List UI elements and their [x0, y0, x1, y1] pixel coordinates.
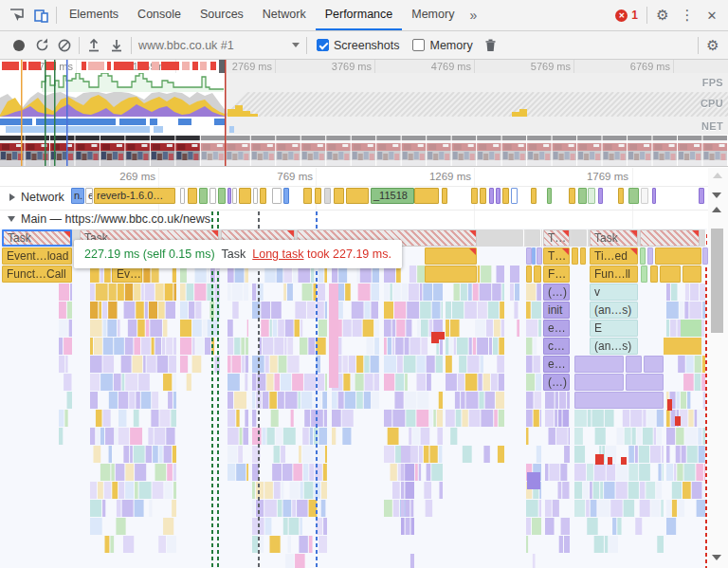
- flame-bar[interactable]: [626, 356, 642, 373]
- network-request-chip[interactable]: [209, 188, 216, 204]
- device-toolbar-icon[interactable]: [28, 3, 53, 27]
- flame-bar[interactable]: [574, 392, 664, 409]
- tab-memory[interactable]: Memory: [402, 0, 464, 30]
- save-profile-icon[interactable]: [105, 34, 128, 57]
- flame-bar-[interactable]: (…): [543, 374, 570, 391]
- flame-bar[interactable]: [647, 247, 653, 265]
- flame-bar-e[interactable]: e…: [543, 320, 570, 337]
- network-request-chip[interactable]: [699, 188, 704, 204]
- network-request-chip[interactable]: [578, 188, 587, 204]
- flame-bar-c[interactable]: c…: [543, 338, 570, 355]
- network-request-chip[interactable]: [324, 188, 331, 204]
- network-request-chip[interactable]: [334, 188, 344, 204]
- network-request-chip[interactable]: [547, 188, 552, 204]
- flame-bar[interactable]: [640, 247, 646, 265]
- flame-bar[interactable]: [526, 266, 532, 283]
- settings-gear-icon[interactable]: ⚙: [650, 3, 675, 27]
- flame-bar[interactable]: [574, 356, 624, 373]
- more-tabs-button[interactable]: »: [464, 8, 482, 23]
- network-request-chip[interactable]: [303, 188, 312, 204]
- flame-bar[interactable]: [655, 247, 701, 265]
- flame-bar[interactable]: [572, 247, 578, 265]
- load-profile-icon[interactable]: [82, 34, 105, 57]
- flame-bar[interactable]: [701, 229, 706, 247]
- inspect-element-icon[interactable]: [4, 3, 28, 27]
- screenshots-checkbox-row[interactable]: Screenshots: [317, 39, 399, 52]
- network-track-title[interactable]: Network: [21, 191, 64, 204]
- network-request-chip[interactable]: [511, 188, 518, 204]
- flame-bar-tied[interactable]: Ti…ed: [590, 247, 638, 265]
- network-request-chip[interactable]: e: [85, 188, 93, 204]
- flame-bar[interactable]: [526, 229, 541, 247]
- flame-bar-e[interactable]: e…: [543, 356, 570, 373]
- kebab-menu-icon[interactable]: ⋮: [675, 3, 700, 27]
- record-button[interactable]: [8, 34, 30, 57]
- flame-bar[interactable]: [644, 356, 664, 373]
- network-request-chip[interactable]: [588, 188, 595, 204]
- network-request-chip[interactable]: [598, 188, 603, 204]
- flame-bar[interactable]: [580, 247, 586, 265]
- reload-and-record-button[interactable]: [30, 34, 53, 57]
- flame-bar-init[interactable]: init: [543, 302, 570, 319]
- network-request-chip[interactable]: [315, 188, 321, 204]
- network-request-chip[interactable]: [480, 188, 486, 204]
- flame-bar[interactable]: [479, 229, 524, 247]
- memory-checkbox[interactable]: [412, 39, 425, 51]
- memory-checkbox-row[interactable]: Memory: [412, 39, 472, 52]
- network-request-chip[interactable]: [272, 188, 282, 204]
- flame-bar[interactable]: [425, 266, 477, 283]
- close-icon[interactable]: ✕: [700, 3, 724, 27]
- main-track-title[interactable]: Main — https://www.bbc.co.uk/news: [21, 212, 210, 226]
- flame-bar-t[interactable]: T…: [543, 247, 570, 265]
- network-request-chip[interactable]: [502, 188, 509, 204]
- network-request-chip[interactable]: [489, 188, 494, 204]
- network-request-chip[interactable]: [414, 188, 439, 204]
- tab-performance[interactable]: Performance: [316, 0, 403, 30]
- scrollbar-thumb[interactable]: [711, 229, 723, 333]
- network-request-chip[interactable]: [232, 188, 237, 204]
- main-track-collapse-icon[interactable]: [8, 216, 15, 222]
- flame-scroll-up-icon[interactable]: [712, 207, 721, 212]
- flame-bar[interactable]: [425, 247, 477, 265]
- flame-bar-ans[interactable]: (an…s): [590, 302, 638, 319]
- network-request-chip[interactable]: [253, 188, 258, 204]
- error-badge[interactable]: ✕ 1: [610, 9, 644, 22]
- flame-bar-v[interactable]: v: [590, 284, 638, 301]
- scroll-up-icon[interactable]: [713, 173, 722, 178]
- network-request-chip[interactable]: [218, 188, 226, 204]
- profile-select[interactable]: www.bbc.co.uk #1: [135, 39, 303, 52]
- trash-icon[interactable]: [480, 34, 502, 57]
- network-track-expand-icon[interactable]: [9, 193, 15, 201]
- tab-network[interactable]: Network: [253, 0, 316, 30]
- network-request-chip[interactable]: [569, 188, 575, 204]
- flame-bar-task[interactable]: Task: [2, 229, 72, 247]
- network-request-chip[interactable]: [442, 188, 447, 204]
- network-request-chip[interactable]: reverb-1.6.0…: [94, 188, 175, 204]
- screenshots-checkbox[interactable]: [317, 39, 329, 51]
- flame-bar[interactable]: [626, 374, 664, 391]
- network-request-chip[interactable]: [228, 188, 231, 204]
- network-request-chip[interactable]: [652, 188, 656, 204]
- flame-bar[interactable]: [702, 247, 708, 265]
- network-request-chip[interactable]: [199, 188, 208, 204]
- flame-bar[interactable]: [572, 229, 588, 247]
- network-request-chip[interactable]: [346, 188, 369, 204]
- capture-settings-gear-icon[interactable]: ⚙: [701, 34, 724, 57]
- network-request-chip[interactable]: [180, 188, 185, 204]
- network-request-chip[interactable]: [496, 188, 500, 204]
- long-task-link[interactable]: Long task: [252, 247, 303, 261]
- network-request-chip[interactable]: [641, 188, 648, 204]
- flame-bar[interactable]: [537, 247, 542, 265]
- network-request-chip[interactable]: [628, 188, 639, 204]
- flame-bar[interactable]: [532, 247, 536, 265]
- network-request-chip[interactable]: [188, 188, 197, 204]
- clear-recording-icon[interactable]: [53, 34, 76, 57]
- flame-bar[interactable]: [660, 266, 681, 283]
- tab-sources[interactable]: Sources: [191, 0, 253, 30]
- flame-bar-t[interactable]: T…: [543, 229, 570, 247]
- network-scroll-down-icon[interactable]: [712, 192, 721, 198]
- flame-bar-functcall[interactable]: Funct…Call: [2, 266, 72, 283]
- network-request-chip[interactable]: [531, 188, 537, 204]
- flame-bar-eventload[interactable]: Event…load: [2, 247, 72, 265]
- flame-bar[interactable]: [574, 374, 624, 391]
